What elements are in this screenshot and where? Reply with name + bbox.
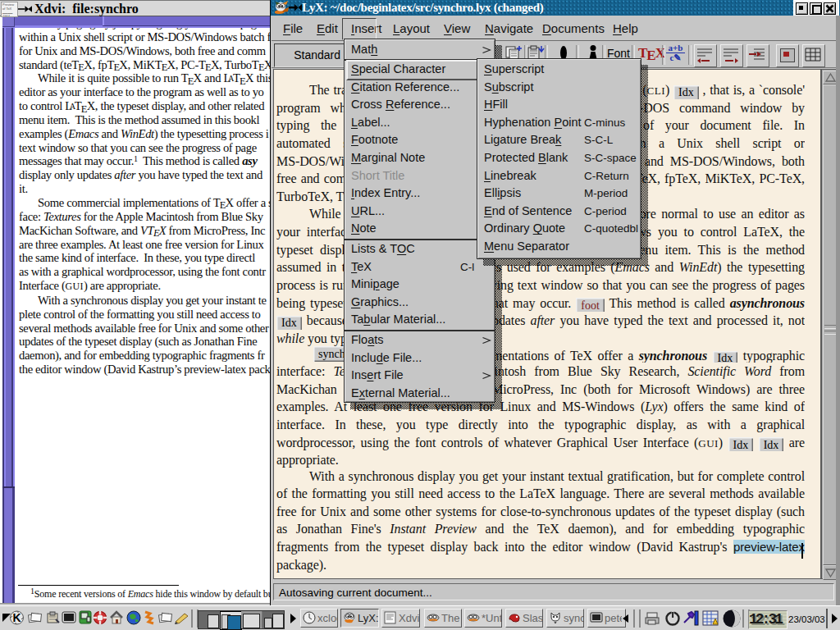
svg-text:K: K [13, 611, 21, 624]
